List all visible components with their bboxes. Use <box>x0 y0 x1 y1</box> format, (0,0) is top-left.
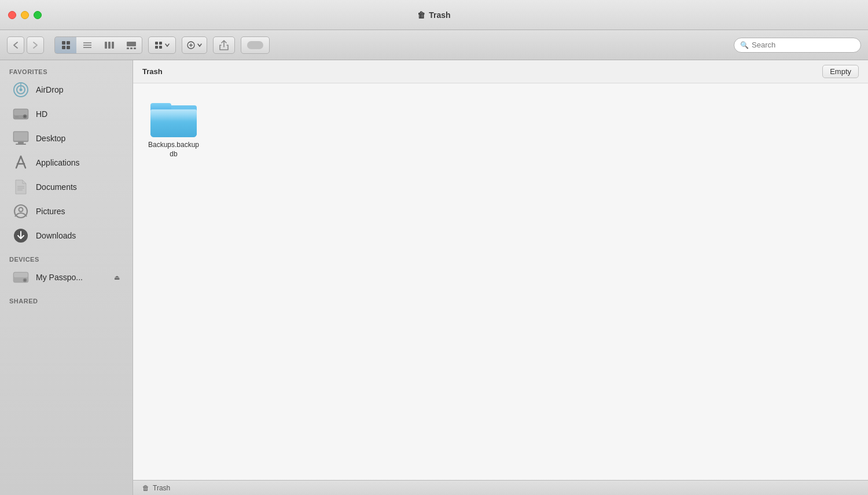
list-view-button[interactable] <box>76 36 98 54</box>
svg-point-23 <box>20 89 23 91</box>
devices-header: Devices <box>0 248 133 265</box>
toolbar: 🔍 <box>0 30 868 60</box>
search-icon: 🔍 <box>740 41 749 49</box>
svg-rect-2 <box>62 46 65 49</box>
gallery-view-button[interactable] <box>120 36 142 54</box>
search-container: 🔍 <box>734 38 861 53</box>
main-area: Favorites AirDrop <box>0 60 868 495</box>
sidebar-item-label-applications: Applications <box>36 158 80 167</box>
svg-rect-15 <box>159 42 162 45</box>
svg-rect-12 <box>130 47 133 49</box>
content-area: Trash Empty Backups.backupdb <box>133 60 868 495</box>
hd-icon <box>13 106 29 122</box>
folder-shine <box>150 109 197 121</box>
svg-line-35 <box>21 156 25 168</box>
documents-icon <box>13 179 29 195</box>
svg-rect-1 <box>67 41 70 45</box>
traffic-lights <box>8 11 42 19</box>
status-label: Trash <box>153 484 170 492</box>
applications-icon <box>13 155 29 171</box>
svg-rect-14 <box>155 42 158 45</box>
folder-icon <box>150 100 197 137</box>
file-label-backups: Backups.backupdb <box>147 141 200 159</box>
svg-point-28 <box>24 116 25 117</box>
status-bar: 🗑 Trash <box>133 480 868 495</box>
share-button[interactable] <box>213 36 235 54</box>
svg-rect-3 <box>67 46 70 49</box>
sidebar-item-documents[interactable]: Documents <box>3 175 129 199</box>
downloads-icon <box>13 228 29 244</box>
sidebar-item-applications[interactable]: Applications <box>3 151 129 174</box>
window-title: 🗑 Trash <box>417 10 450 20</box>
desktop-icon <box>13 130 29 146</box>
svg-rect-0 <box>62 41 65 45</box>
column-view-button[interactable] <box>98 36 120 54</box>
sidebar-item-label-downloads: Downloads <box>36 231 76 240</box>
sidebar-item-desktop[interactable]: Desktop <box>3 127 129 150</box>
empty-button[interactable]: Empty <box>822 65 859 78</box>
file-item-backups[interactable]: Backups.backupdb <box>145 95 203 163</box>
sidebar-item-hd[interactable]: HD <box>3 102 129 126</box>
pictures-icon <box>13 203 29 219</box>
sidebar-item-label-hd: HD <box>36 109 47 119</box>
close-button[interactable] <box>8 11 16 19</box>
svg-rect-31 <box>14 132 28 141</box>
nav-buttons <box>7 36 44 54</box>
content-header: Trash Empty <box>133 60 868 83</box>
sidebar-item-downloads[interactable]: Downloads <box>3 224 129 247</box>
view-buttons <box>54 36 142 54</box>
sidebar-item-label-desktop: Desktop <box>36 134 65 143</box>
action-button[interactable] <box>182 36 207 54</box>
svg-rect-10 <box>127 42 136 46</box>
tag-button[interactable] <box>241 36 270 54</box>
group-button[interactable] <box>148 36 176 54</box>
sidebar-item-airdrop[interactable]: AirDrop <box>3 78 129 101</box>
svg-line-34 <box>16 156 21 168</box>
svg-rect-26 <box>14 109 28 115</box>
svg-rect-13 <box>134 47 136 49</box>
sidebar: Favorites AirDrop <box>0 60 133 495</box>
svg-rect-17 <box>159 46 162 49</box>
svg-rect-32 <box>18 142 24 144</box>
sidebar-item-pictures[interactable]: Pictures <box>3 200 129 223</box>
status-trash-icon: 🗑 <box>142 484 149 492</box>
svg-rect-11 <box>127 47 129 49</box>
back-button[interactable] <box>7 36 24 54</box>
svg-rect-16 <box>155 46 158 49</box>
title-bar: 🗑 Trash <box>0 0 868 30</box>
drive-icon <box>13 269 29 285</box>
maximize-button[interactable] <box>34 11 42 19</box>
sidebar-item-label-documents: Documents <box>36 182 77 192</box>
svg-point-41 <box>19 208 23 212</box>
folder-front <box>150 109 197 137</box>
favorites-header: Favorites <box>0 60 133 78</box>
trash-title-icon: 🗑 <box>417 10 425 20</box>
content-breadcrumb: Trash <box>142 67 163 76</box>
search-input[interactable] <box>752 41 855 49</box>
tag-oval-icon <box>247 41 263 49</box>
status-bar-content: 🗑 Trash <box>142 484 170 492</box>
sidebar-item-label-my-passport: My Passpo... <box>36 273 83 282</box>
svg-rect-33 <box>16 144 26 145</box>
svg-rect-7 <box>105 42 107 49</box>
sidebar-item-label-pictures: Pictures <box>36 207 65 216</box>
svg-rect-8 <box>108 42 111 49</box>
eject-icon[interactable]: ⏏ <box>114 274 120 281</box>
minimize-button[interactable] <box>21 11 29 19</box>
svg-rect-45 <box>14 273 28 277</box>
svg-rect-9 <box>112 42 114 49</box>
shared-header: Shared <box>0 289 133 307</box>
forward-button[interactable] <box>27 36 44 54</box>
file-grid: Backups.backupdb <box>133 83 868 480</box>
sidebar-item-my-passport[interactable]: My Passpo... ⏏ <box>3 266 129 289</box>
icon-view-button[interactable] <box>54 36 76 54</box>
sidebar-item-label-airdrop: AirDrop <box>36 85 63 94</box>
svg-point-47 <box>24 280 25 281</box>
airdrop-icon <box>13 82 29 98</box>
